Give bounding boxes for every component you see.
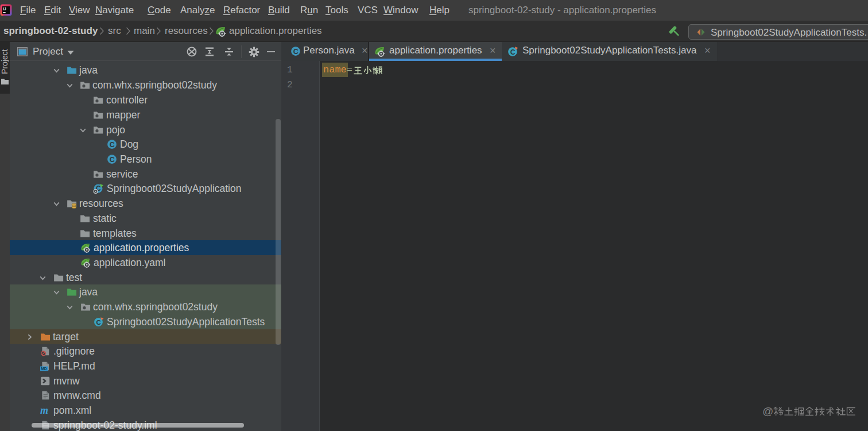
svg-text:C: C — [110, 141, 115, 149]
svg-text:C: C — [110, 156, 115, 164]
svg-text:MD: MD — [41, 367, 47, 371]
svg-text:C: C — [293, 48, 299, 56]
svg-text:C: C — [96, 318, 101, 326]
svg-text:m: m — [40, 405, 48, 415]
svg-text:C: C — [510, 48, 516, 56]
svg-text:IJ: IJ — [3, 7, 6, 11]
